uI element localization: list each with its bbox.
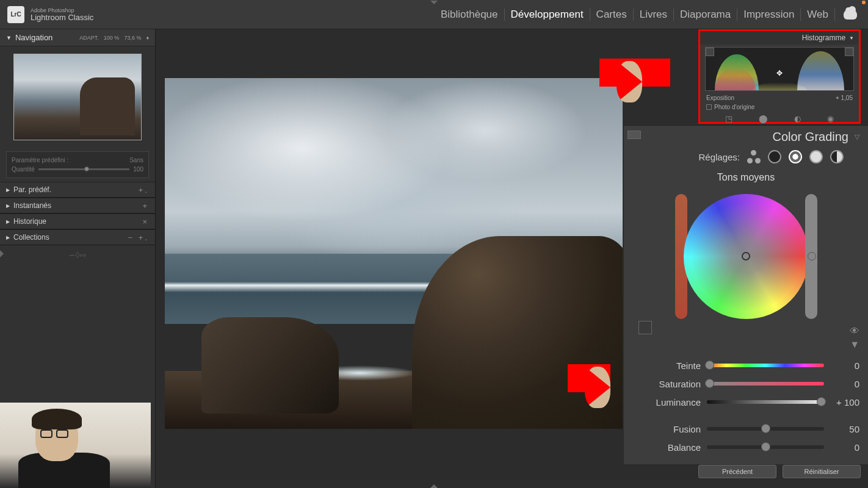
tool-strip: ◳ ⬤ ◐ ◉	[700, 112, 859, 123]
section-collections[interactable]: ▶Collections− +.	[0, 229, 155, 245]
preset-qty-slider[interactable]	[38, 168, 130, 170]
color-wheel-row	[624, 189, 868, 323]
module-print[interactable]: Impression	[737, 9, 801, 21]
app-brand: Adobe Photoshop Lightroom Classic	[31, 8, 93, 21]
navigator-preview[interactable]	[0, 46, 155, 148]
collapse-bottom-icon[interactable]	[430, 484, 438, 488]
histogram-readout-value: + 1,05	[836, 95, 853, 101]
module-library[interactable]: Bibliothèque	[435, 9, 505, 21]
nav-fit-mode[interactable]: ADAPT.	[79, 35, 99, 41]
crop-tool-icon[interactable]: ◳	[725, 114, 732, 123]
slider-saturation-value[interactable]: 0	[830, 379, 859, 389]
slider-balance-value[interactable]: 0	[830, 442, 859, 453]
section-collections-label: Collections	[13, 233, 49, 242]
nav-zoom-menu-icon[interactable]: ♦	[146, 35, 149, 41]
preset-qty-label: Quantité	[12, 166, 35, 173]
preset-qty-value: 100	[133, 166, 143, 173]
original-photo-checkbox[interactable]	[706, 104, 712, 110]
preview-eye-icon[interactable]: 👁	[850, 326, 859, 337]
slider-balance-track[interactable]	[707, 445, 824, 449]
color-grading-mode-row: Réglages:	[624, 148, 868, 170]
redeye-tool-icon[interactable]: ◉	[827, 114, 834, 123]
slider-fusion-label: Fusion	[648, 424, 701, 434]
zone-title: Tons moyens	[624, 170, 868, 189]
histogram-panel: Histogramme ▼ ✥ Exposition + 1,05 Photo …	[698, 29, 861, 124]
original-photo-label: Photo d'origine	[714, 104, 754, 110]
module-map[interactable]: Cartes	[590, 9, 634, 21]
collapse-top-icon[interactable]	[430, 1, 438, 4]
slider-teinte-track[interactable]	[707, 364, 824, 367]
slider-teinte: Teinte 0	[648, 356, 859, 375]
color-grading-panel: Color Grading ▽ Réglages: Tons moyens 👁 …	[624, 125, 868, 464]
histogram-header[interactable]: Histogramme ▼	[700, 31, 859, 45]
section-presets-actions[interactable]: +.	[139, 185, 149, 195]
preset-label: Paramètre prédéfini :	[12, 157, 68, 163]
mode-3way-icon[interactable]	[747, 150, 761, 163]
main-image-area[interactable]	[165, 78, 623, 429]
navigator-title: Navigation	[15, 33, 52, 42]
module-picker: Bibliothèque Développement Cartes Livres…	[435, 9, 861, 21]
color-wheel[interactable]	[684, 194, 809, 319]
section-presets-label: Par. prédéf.	[13, 185, 51, 194]
bottom-buttons: Précédent Réinitialiser	[698, 465, 861, 478]
reset-button[interactable]: Réinitialiser	[783, 465, 861, 478]
mode-shadows-icon[interactable]	[768, 150, 781, 163]
histogram-readout-label: Exposition	[706, 95, 734, 101]
collapse-left-icon[interactable]	[0, 250, 4, 257]
slider-saturation-label: Saturation	[648, 379, 701, 389]
nav-zoom-custom[interactable]: 73,6 %	[124, 35, 141, 41]
cloud-sync-icon[interactable]	[844, 10, 857, 20]
preset-value: Sans	[129, 157, 143, 163]
navigator-header[interactable]: ▼ Navigation ADAPT. 100 % 73,6 % ♦	[0, 29, 155, 46]
photo	[165, 78, 623, 429]
section-collections-actions[interactable]: − +.	[128, 233, 149, 242]
section-snapshots[interactable]: ▶Instantanés+	[0, 198, 155, 214]
slider-luminance-track[interactable]	[707, 400, 824, 404]
slider-saturation-track[interactable]	[707, 382, 824, 386]
expand-triangle-icon[interactable]: ▼	[850, 339, 859, 350]
window-control-dot	[862, 1, 866, 4]
mode-highlights-icon[interactable]	[809, 150, 823, 163]
color-grading-header[interactable]: Color Grading ▽	[624, 126, 868, 148]
slider-fusion: Fusion 50	[648, 420, 859, 438]
histogram-cursor-icon: ✥	[776, 69, 783, 77]
mode-midtones-icon[interactable]	[789, 150, 802, 163]
nav-zoom-100[interactable]: 100 %	[104, 35, 120, 41]
app-brand-name: Lightroom Classic	[31, 13, 93, 21]
module-develop[interactable]: Développement	[505, 9, 590, 21]
color-swatch[interactable]	[638, 321, 652, 334]
color-wheel-handle[interactable]	[742, 252, 750, 260]
annotation-arrow-luminance	[568, 364, 610, 392]
histogram-graph[interactable]: ✥	[705, 47, 854, 91]
section-history-actions[interactable]: ×	[142, 217, 149, 226]
section-snapshots-actions[interactable]: +	[142, 201, 149, 210]
disclosure-triangle-icon: ▼	[6, 35, 12, 41]
slider-balance: Balance 0	[648, 438, 859, 456]
section-presets[interactable]: ▶Par. prédéf.+.	[0, 182, 155, 198]
slider-teinte-value[interactable]: 0	[830, 361, 859, 371]
slider-fusion-value[interactable]: 50	[830, 424, 859, 434]
annotation-arrow-histogram	[599, 59, 670, 87]
heal-tool-icon[interactable]: ⬤	[759, 114, 768, 123]
navigator-thumbnail	[13, 54, 142, 140]
module-slideshow[interactable]: Diaporama	[674, 9, 737, 21]
module-book[interactable]: Livres	[634, 9, 674, 21]
slider-luminance-value[interactable]: + 100	[830, 397, 859, 407]
disclosure-triangle-icon: ▼	[849, 35, 854, 41]
module-web[interactable]: Web	[801, 9, 835, 21]
webcam-overlay	[0, 403, 151, 488]
previous-button[interactable]: Précédent	[698, 465, 776, 478]
modes-label: Réglages:	[698, 152, 740, 162]
slider-fusion-track[interactable]	[707, 427, 824, 431]
slider-luminance-label: Luminance	[648, 397, 701, 407]
slider-balance-label: Balance	[648, 442, 701, 453]
mode-global-icon[interactable]	[830, 150, 844, 163]
color-grading-title: Color Grading	[772, 130, 848, 144]
top-bar: LrC Adobe Photoshop Lightroom Classic Bi…	[0, 0, 868, 29]
adjacent-wheel-right[interactable]	[805, 194, 817, 319]
slider-saturation: Saturation 0	[648, 375, 859, 393]
section-history[interactable]: ▶Historique×	[0, 214, 155, 229]
section-snapshots-label: Instantanés	[13, 201, 51, 210]
mask-tool-icon[interactable]: ◐	[794, 114, 801, 123]
panel-switch-icon[interactable]	[627, 131, 641, 139]
